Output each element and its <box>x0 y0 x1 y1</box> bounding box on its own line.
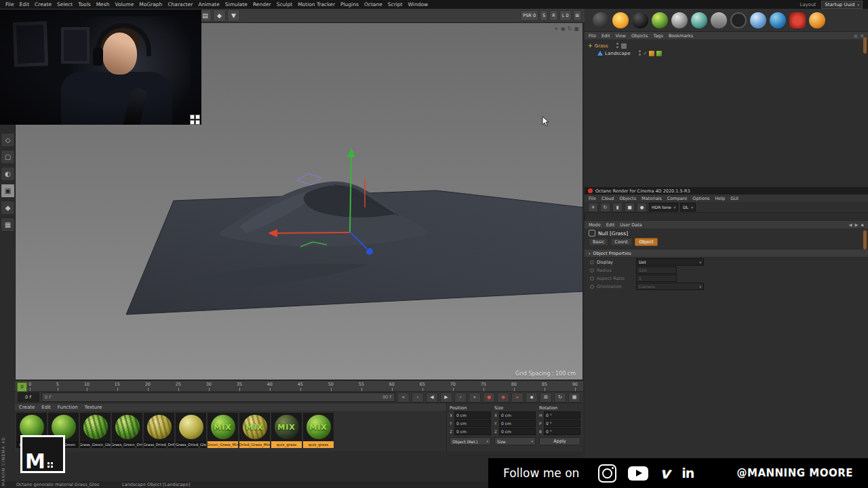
pause-render-icon[interactable]: ▮ <box>612 203 623 212</box>
option-button-2[interactable]: ⊞ <box>540 392 552 403</box>
octane-logo-icon[interactable] <box>789 12 806 28</box>
lock-chip[interactable]: L 0 <box>559 10 572 21</box>
metal-disc-icon[interactable] <box>711 12 727 28</box>
menu-animate[interactable]: Animate <box>198 1 219 7</box>
search-icon[interactable]: ◎ <box>854 33 858 39</box>
deformer-tool-icon[interactable]: ◐ <box>1 167 15 181</box>
position-x-field[interactable]: 0 cm <box>454 411 491 419</box>
teal-material-icon[interactable] <box>691 12 707 28</box>
oct-menu-objects[interactable]: Objects <box>619 196 636 201</box>
am-menu-userdata[interactable]: User Data <box>620 222 642 228</box>
material-item[interactable]: Grass_Dried_Drif <box>144 413 174 448</box>
apply-button[interactable]: Apply <box>539 437 580 445</box>
orange-material-icon[interactable] <box>809 12 825 28</box>
option-button-1[interactable]: ▪ <box>526 392 538 403</box>
menu-window[interactable]: Window <box>408 1 429 7</box>
octane-window-titlebar[interactable]: Octane Render for Cinema 4D 2020.1.5-R3 <box>585 187 868 195</box>
om-menu-file[interactable]: File <box>589 33 596 39</box>
texture-tag-icon[interactable] <box>649 51 654 56</box>
menu-script[interactable]: Script <box>388 1 403 7</box>
size-mode-select[interactable]: Size▾ <box>494 437 536 445</box>
material-item[interactable]: Grass_Dried_Glo <box>176 413 206 448</box>
anim-dot-icon[interactable] <box>590 268 594 272</box>
current-frame-field[interactable]: 0 F <box>18 392 39 402</box>
resize-handle[interactable] <box>195 115 200 119</box>
om-menu-tags[interactable]: Tags <box>653 33 663 39</box>
menu-tools[interactable]: Tools <box>78 1 90 7</box>
oct-menu-help[interactable]: Help <box>715 196 725 201</box>
display-select[interactable]: Dot▾ <box>636 258 704 266</box>
anim-dot-icon[interactable] <box>590 260 594 264</box>
goto-start-button[interactable]: « <box>397 392 410 403</box>
sun-light-icon[interactable] <box>612 12 629 28</box>
menu-create[interactable]: Create <box>35 1 52 7</box>
mat-menu-edit[interactable]: Edit <box>41 405 51 410</box>
tab-coord[interactable]: Coord. <box>610 238 633 246</box>
oct-menu-compare[interactable]: Compare <box>667 196 688 201</box>
camera-icon[interactable] <box>730 12 747 28</box>
restart-render-icon[interactable]: ↻ <box>600 203 610 212</box>
size-y-field[interactable]: 0 cm <box>499 420 536 427</box>
environment-tool-icon[interactable]: ▦ <box>1 218 15 232</box>
menu-edit[interactable]: Edit <box>20 1 30 7</box>
settings-icon[interactable] <box>593 12 609 28</box>
keyframe-button[interactable]: ◆ <box>497 392 509 403</box>
record-button[interactable]: ● <box>483 392 495 403</box>
om-menu-bookmarks[interactable]: Bookmarks <box>669 33 693 39</box>
tag-icon[interactable] <box>621 43 627 49</box>
object-row-grass[interactable]: + Grass <box>588 42 865 49</box>
material-tag-icon[interactable] <box>656 51 662 56</box>
oct-menu-file[interactable]: File <box>589 196 596 201</box>
next-key-button[interactable]: › <box>454 392 467 403</box>
hdr-tone-select[interactable]: HDR tone▾ <box>649 203 678 211</box>
zoom-icon[interactable]: ◉ <box>561 26 566 32</box>
mat-menu-function[interactable]: Function <box>58 405 78 410</box>
z-axis-handle[interactable] <box>366 248 373 255</box>
pan-icon[interactable]: + <box>554 26 559 32</box>
material-item[interactable]: MIXquix_grass <box>303 413 334 448</box>
timeline-range-slider[interactable]: 0 F 90 F <box>41 392 395 402</box>
modeling-axis-icon[interactable]: ◆ <box>213 9 226 22</box>
green-material-icon[interactable] <box>652 12 668 28</box>
menu-select[interactable]: Select <box>57 1 73 7</box>
menu-sculpt[interactable]: Sculpt <box>277 1 292 7</box>
menu-file[interactable]: File <box>5 1 14 7</box>
lock-icon[interactable]: ▪ <box>861 222 864 228</box>
menu-character[interactable]: Character <box>167 1 193 7</box>
snap-s-chip[interactable]: S <box>540 10 548 21</box>
oct-menu-materials[interactable]: Materials <box>642 196 662 201</box>
mat-menu-create[interactable]: Create <box>19 405 35 410</box>
menu-render[interactable]: Render <box>253 1 271 7</box>
menu-volume[interactable]: Volume <box>115 1 134 7</box>
tab-basic[interactable]: Basic <box>589 238 608 246</box>
goto-end-button[interactable]: » <box>469 392 481 403</box>
object-properties-section[interactable]: ▾ Object Properties <box>585 249 868 258</box>
menu-mograph[interactable]: MoGraph <box>139 1 162 7</box>
dark-sphere-icon[interactable] <box>632 12 648 28</box>
dl-select[interactable]: DL▾ <box>680 203 695 211</box>
maximize-view-icon[interactable]: ▣ <box>574 26 579 32</box>
history-forward-icon[interactable]: ▶ <box>855 222 859 228</box>
snap-r-chip[interactable]: R <box>549 10 558 21</box>
anim-dot-icon[interactable] <box>590 277 594 281</box>
visibility-toggles[interactable] <box>616 43 619 49</box>
position-y-field[interactable]: 0 cm <box>454 420 491 427</box>
oct-menu-options[interactable]: Options <box>692 196 709 201</box>
octane-settings-icon[interactable]: ✳ <box>588 203 598 212</box>
layout-select[interactable]: Startup Uuid▾ <box>821 1 863 9</box>
scrollbar-thumb[interactable] <box>863 37 867 54</box>
tab-object[interactable]: Object <box>635 238 657 246</box>
om-menu-objects[interactable]: Objects <box>631 33 648 39</box>
active-tool-icon[interactable]: ▣ <box>1 184 15 198</box>
scrollbar-thumb[interactable] <box>863 230 867 249</box>
om-menu-view[interactable]: View <box>615 33 625 39</box>
enabled-check-icon[interactable]: ✓ <box>644 51 648 56</box>
rotation-p-field[interactable]: 0 ° <box>544 420 580 427</box>
stop-render-icon[interactable]: ■ <box>625 203 635 212</box>
oct-menu-gui[interactable]: GUI <box>730 196 738 201</box>
spline-tool-icon[interactable]: ◇ <box>1 133 15 147</box>
live-viewer-icon[interactable] <box>770 12 786 28</box>
material-item[interactable]: Grass_Green_Drif <box>112 413 142 448</box>
menu-plugins[interactable]: Plugins <box>340 1 359 7</box>
menu-simulate[interactable]: Simulate <box>225 1 248 7</box>
